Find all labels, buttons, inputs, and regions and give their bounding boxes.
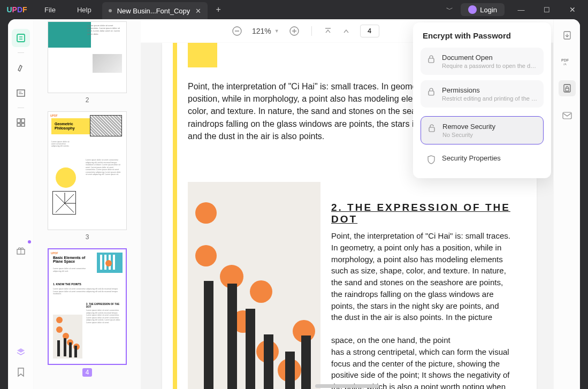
bookmark-icon: [16, 367, 26, 378]
option-document-open[interactable]: Document Open Require a password to open…: [421, 48, 544, 75]
tool-layers[interactable]: [12, 343, 30, 361]
window-minimize-icon[interactable]: —: [512, 6, 530, 14]
unlock-icon: [427, 123, 437, 133]
svg-line-14: [56, 203, 65, 212]
svg-rect-7: [21, 119, 25, 123]
svg-rect-3: [17, 90, 25, 96]
tool-share[interactable]: [560, 109, 574, 122]
avatar-icon: [468, 5, 477, 14]
svg-rect-39: [429, 58, 434, 63]
svg-rect-41: [429, 127, 434, 132]
layers-icon: [16, 347, 26, 357]
mail-icon: [562, 111, 572, 120]
section-heading: 2. THE EXPRESSION OF THE DOT: [331, 202, 537, 225]
export-icon: [562, 30, 572, 41]
page-label: 2: [86, 96, 89, 104]
menu-help[interactable]: Help: [66, 6, 102, 14]
app-logo: UPDF: [0, 5, 34, 14]
svg-point-24: [56, 317, 63, 323]
svg-point-23: [105, 260, 112, 266]
svg-point-25: [56, 326, 63, 333]
menu-file[interactable]: File: [34, 6, 66, 14]
zoom-out-button[interactable]: [232, 26, 242, 36]
tool-export[interactable]: [560, 29, 574, 42]
lock-page-icon: [562, 83, 572, 94]
svg-rect-40: [429, 91, 434, 95]
option-security-properties[interactable]: Security Properties: [421, 150, 544, 169]
svg-rect-47: [563, 112, 571, 119]
tool-gift[interactable]: [12, 241, 30, 260]
svg-rect-32: [74, 346, 77, 357]
body-paragraph: Point, the interpretation of "Ci Hai" is…: [331, 230, 510, 323]
tool-comment[interactable]: [12, 58, 30, 77]
tool-bookmark[interactable]: [12, 363, 30, 382]
login-button[interactable]: Login: [461, 3, 505, 16]
encrypt-password-panel: Encrypt with Password Document Open Requ…: [413, 22, 551, 178]
svg-rect-22: [113, 255, 115, 270]
gift-icon: [16, 245, 26, 256]
svg-rect-30: [64, 338, 66, 356]
option-remove-security[interactable]: Remove Security No Security: [421, 116, 544, 144]
tab-indicator-icon: [109, 9, 112, 12]
page-label: 4: [82, 368, 93, 377]
edit-text-icon: [16, 88, 26, 98]
horizontal-scrollbar[interactable]: [315, 384, 379, 388]
tool-edit[interactable]: [12, 84, 30, 102]
zoom-in-button[interactable]: [289, 26, 300, 36]
svg-rect-8: [17, 124, 20, 126]
shield-icon: [427, 155, 437, 164]
thumbnail-panel: Lorem ipsum dolor sit amet consectetur. …: [34, 19, 141, 389]
gift-badge-icon: [28, 240, 31, 243]
thumbnail-page-2[interactable]: Lorem ipsum dolor sit amet consectetur. …: [34, 21, 141, 104]
svg-rect-19: [100, 255, 102, 270]
tab-title: New Busin...Font_Copy: [117, 7, 190, 15]
svg-rect-9: [21, 124, 25, 126]
reader-icon: [16, 33, 26, 43]
right-tool-rail: PDF/A: [553, 19, 580, 389]
left-tool-rail: [8, 19, 34, 389]
app-frame: Lorem ipsum dolor sit amet consectetur. …: [8, 19, 580, 389]
zoom-dropdown[interactable]: 121%▼: [252, 27, 279, 35]
page-number-input[interactable]: [360, 25, 379, 37]
page-label: 3: [86, 233, 89, 241]
tool-pdfa[interactable]: PDF/A: [560, 55, 574, 67]
highlighter-icon: [16, 62, 26, 73]
pages-icon: [16, 117, 26, 128]
svg-rect-29: [57, 340, 60, 356]
new-tab-button[interactable]: +: [211, 5, 226, 14]
svg-text:PDF: PDF: [561, 58, 569, 62]
tool-organize[interactable]: [12, 113, 30, 132]
lock-icon: [427, 87, 437, 96]
lock-icon: [427, 54, 437, 64]
minus-circle-icon: [232, 26, 242, 36]
pdfa-icon: PDF/A: [561, 56, 573, 66]
tabs-dropdown-icon[interactable]: ﹀: [446, 5, 453, 14]
option-permissions[interactable]: Permissions Restrict editing and printin…: [421, 80, 544, 108]
thumbnail-page-4[interactable]: UPDF Basic Elements of Plane Space Lorem…: [34, 248, 141, 377]
svg-line-12: [56, 194, 65, 203]
figure-dots: [188, 182, 320, 389]
first-page-button[interactable]: [324, 27, 332, 35]
svg-rect-0: [17, 34, 25, 42]
svg-rect-46: [566, 88, 569, 91]
thumbnail-page-3[interactable]: UPDF Geometric Philosophy Lorem ipsum do…: [34, 111, 141, 241]
svg-rect-6: [17, 119, 20, 123]
chevron-up-icon: [342, 27, 350, 35]
tool-protect[interactable]: [559, 80, 576, 96]
body-paragraph: space, on the one hand, the point has a …: [331, 334, 510, 389]
tool-reader[interactable]: [12, 29, 30, 47]
title-bar: UPDF File Help New Busin...Font_Copy ✕ +…: [0, 0, 588, 19]
svg-rect-31: [69, 342, 72, 357]
plus-circle-icon: [289, 26, 300, 36]
document-tab[interactable]: New Busin...Font_Copy ✕: [102, 2, 208, 19]
tab-close-icon[interactable]: ✕: [195, 7, 201, 15]
panel-title: Encrypt with Password: [421, 31, 544, 40]
document-canvas[interactable]: 121%▼ Point, the interpretation of "Ci H…: [141, 19, 553, 389]
chevron-top-icon: [324, 27, 332, 35]
svg-text:/A: /A: [563, 63, 567, 66]
window-maximize-icon[interactable]: ☐: [538, 6, 556, 14]
window-close-icon[interactable]: ✕: [563, 5, 582, 14]
svg-line-15: [65, 203, 74, 212]
svg-line-13: [65, 194, 74, 203]
prev-page-button[interactable]: [342, 27, 350, 35]
